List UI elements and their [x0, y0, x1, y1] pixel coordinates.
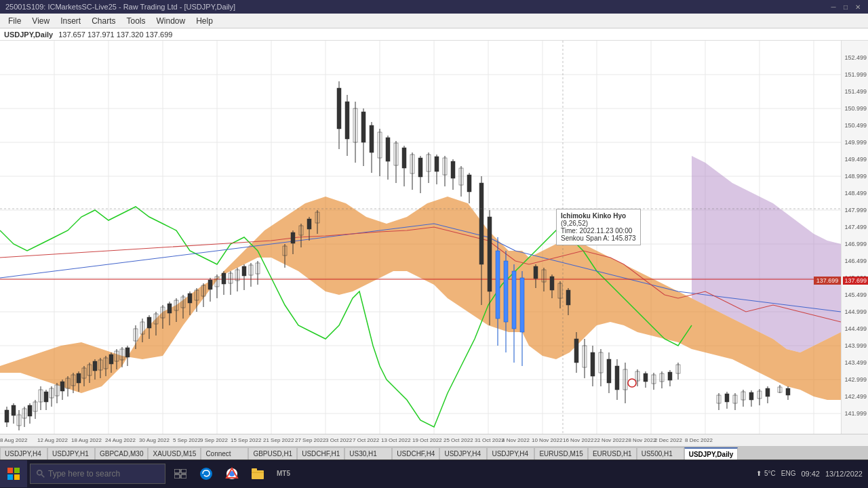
svg-rect-223: [7, 468, 13, 473]
taskbar-icon-view[interactable]: [168, 462, 193, 486]
current-price-label: 137.699: [843, 277, 868, 285]
svg-rect-127: [361, 112, 366, 142]
date-axis: 8 Aug 2022 12 Aug 2022 18 Aug 2022 24 Au…: [0, 434, 868, 446]
tab-bar: USDJPY,H4 USDJPY,H1 GBPCAD,M30 XAUUSD,M1…: [0, 446, 868, 460]
tab-usdjpy-h4-2[interactable]: USDJPY,H4: [439, 447, 487, 460]
red-line-price-label: 137.699: [814, 277, 841, 285]
tab-gbpcad-m30[interactable]: GBPCAD,M30: [95, 447, 148, 460]
price-label-15: 145.499: [844, 291, 867, 298]
price-label-1: 152.499: [844, 54, 867, 61]
svg-rect-27: [5, 410, 9, 422]
svg-rect-181: [591, 352, 595, 376]
tab-connect[interactable]: Connect: [201, 447, 248, 460]
taskbar: MT5 ⬆ 5°C ENG 09:42 13/12/2022: [0, 460, 868, 487]
menu-tools[interactable]: Tools: [121, 15, 151, 27]
svg-rect-163: [512, 271, 516, 329]
tray-temp: 5°C: [764, 470, 776, 477]
date-label-16: 4 Nov 2022: [502, 437, 530, 443]
search-input[interactable]: [48, 469, 143, 479]
svg-rect-133: [386, 138, 390, 161]
tab-xauusd-m15[interactable]: XAUUSD,M15: [148, 447, 201, 460]
menu-window[interactable]: Window: [151, 15, 191, 27]
svg-rect-47: [60, 382, 64, 391]
svg-rect-157: [488, 217, 492, 291]
svg-rect-149: [451, 161, 455, 178]
svg-rect-65: [109, 354, 113, 364]
svg-rect-41: [44, 392, 48, 402]
tray-weather: ⬆: [756, 470, 762, 477]
taskbar-icon-explorer[interactable]: [245, 462, 270, 486]
info-bar: USDJPY,Daily 137.657 137.971 137.320 137…: [0, 28, 868, 41]
menu-charts[interactable]: Charts: [86, 15, 121, 27]
date-label-15: 31 Oct 2022: [475, 437, 505, 443]
price-label-10: 147.999: [844, 207, 867, 214]
svg-rect-53: [77, 373, 81, 383]
tray-date: 13/12/2022: [825, 470, 863, 478]
svg-rect-155: [479, 183, 484, 264]
price-label-8: 148.999: [844, 173, 867, 180]
svg-rect-175: [566, 290, 570, 305]
date-label-9: 27 Sep 2022: [295, 437, 326, 443]
price-label-3: 151.499: [844, 88, 867, 95]
svg-rect-123: [345, 102, 349, 139]
date-label-3: 24 Aug 2022: [105, 437, 136, 443]
menu-view[interactable]: View: [26, 15, 55, 27]
tab-eurusd-h1[interactable]: EURUSD,H1: [588, 447, 637, 460]
svg-rect-145: [435, 157, 439, 171]
price-label-13: 146.499: [844, 258, 867, 264]
tab-usdjpy-daily[interactable]: USDJPY,Daily: [684, 447, 738, 460]
svg-rect-215: [766, 388, 770, 396]
tab-usdchf-h1[interactable]: USDCHF,H1: [297, 447, 344, 460]
tab-us500-h1[interactable]: US500,H1: [637, 447, 684, 460]
start-button[interactable]: [0, 460, 27, 487]
menu-insert[interactable]: Insert: [55, 15, 86, 27]
tab-usdjpy-h1[interactable]: USDJPY,H1: [47, 447, 95, 460]
tab-us30-h1[interactable]: US30,H1: [344, 447, 392, 460]
svg-rect-171: [550, 277, 554, 290]
tab-usdjpy-h4-3[interactable]: USDJPY,H4: [487, 447, 534, 460]
price-label-2: 151.999: [844, 71, 867, 78]
svg-rect-211: [749, 392, 753, 400]
date-label-14: 25 Oct 2022: [443, 437, 473, 443]
svg-point-220: [628, 379, 636, 387]
search-bar[interactable]: [30, 464, 165, 484]
svg-rect-113: [291, 232, 295, 243]
tray-keyboard: ENG: [781, 470, 796, 477]
svg-rect-77: [147, 317, 151, 328]
date-label-0: 8 Aug 2022: [0, 437, 27, 443]
tab-gbpusd-h1[interactable]: GBPUSD,H1: [248, 447, 297, 460]
date-label-10: 3 Oct 2022: [326, 437, 352, 443]
svg-rect-237: [252, 470, 264, 479]
svg-rect-59: [93, 361, 97, 371]
svg-rect-153: [467, 175, 471, 192]
svg-rect-141: [418, 158, 422, 177]
date-label-11: 7 Oct 2022: [353, 437, 379, 443]
svg-rect-29: [12, 405, 16, 415]
tab-eurusd-m15[interactable]: EURUSD,M15: [534, 447, 587, 460]
date-label-4: 30 Aug 2022: [139, 437, 170, 443]
price-label-21: 142.499: [844, 393, 867, 400]
maximize-button[interactable]: □: [841, 2, 850, 12]
menu-help[interactable]: Help: [191, 15, 218, 27]
menu-file[interactable]: File: [3, 15, 26, 27]
taskbar-icon-chrome[interactable]: [220, 462, 244, 486]
svg-rect-83: [167, 304, 172, 313]
svg-rect-229: [174, 469, 180, 473]
svg-rect-231: [174, 474, 180, 479]
price-label-16: 144.999: [844, 308, 867, 315]
date-label-22: 8 Dec 2022: [685, 437, 713, 443]
date-label-21: 2 Dec 2022: [654, 437, 682, 443]
price-label-5: 150.499: [844, 122, 867, 129]
svg-rect-238: [252, 468, 257, 471]
minimize-button[interactable]: ─: [829, 2, 838, 12]
svg-point-227: [37, 470, 42, 474]
close-button[interactable]: ✕: [853, 2, 863, 12]
taskbar-icon-mt5[interactable]: MT5: [271, 462, 296, 486]
svg-rect-95: [208, 280, 212, 289]
tab-usdchf-h4[interactable]: USDCHF,H4: [392, 447, 439, 460]
tab-usdjpy-h4-1[interactable]: USDJPY,H4: [0, 447, 47, 460]
taskbar-icon-edge[interactable]: [194, 462, 218, 486]
svg-rect-105: [242, 266, 246, 276]
date-label-1: 12 Aug 2022: [37, 437, 68, 443]
title-bar-controls[interactable]: ─ □ ✕: [829, 2, 863, 12]
